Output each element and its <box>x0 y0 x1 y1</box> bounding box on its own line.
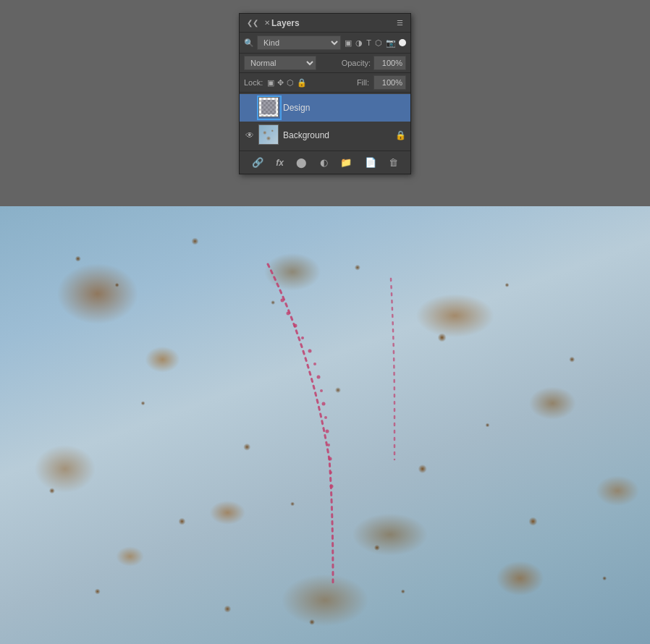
delete-layer-button[interactable]: 🗑 <box>386 156 401 169</box>
blend-opacity-row: Normal Dissolve Multiply Screen Overlay … <box>240 54 410 73</box>
svg-point-12 <box>329 457 332 461</box>
fill-input[interactable] <box>373 75 406 90</box>
type-filter-icon[interactable]: T <box>366 38 372 48</box>
filter-row: 🔍 Kind ▣ ◑ T ⬡ 📷 <box>240 33 410 54</box>
kind-filter-dropdown[interactable]: Kind <box>257 35 341 50</box>
design-line-svg <box>0 206 650 644</box>
fill-label: Fill: <box>357 78 369 87</box>
svg-point-9 <box>324 416 327 419</box>
panel-menu-button[interactable]: ☰ <box>395 20 405 27</box>
filter-type-icons: ▣ ◑ T ⬡ 📷 <box>344 38 406 48</box>
filter-active-dot <box>399 39 406 46</box>
lock-row: Lock: ▣ ✥ ⬡ 🔒 Fill: <box>240 73 410 93</box>
layer-design-thumbnail <box>258 97 279 117</box>
opacity-label: Opacity: <box>342 59 371 67</box>
layer-item-background[interactable]: 👁 Background 🔒 <box>240 122 410 149</box>
new-layer-button[interactable]: 📄 <box>362 156 379 169</box>
svg-point-0 <box>281 299 284 302</box>
layer-item-design[interactable]: 👁 Design <box>240 94 410 122</box>
lock-all-icon[interactable]: 🔒 <box>297 78 307 88</box>
lock-icons-group: ▣ ✥ ⬡ 🔒 <box>267 78 307 88</box>
panel-collapse-button[interactable]: ❮❮ <box>245 20 260 27</box>
lock-label: Lock: <box>244 78 263 87</box>
panel-title: Layers <box>271 18 300 28</box>
opacity-input[interactable] <box>373 56 406 70</box>
svg-point-3 <box>301 336 304 339</box>
svg-point-10 <box>326 430 329 433</box>
pixel-filter-icon[interactable]: ▣ <box>344 38 353 48</box>
canvas-area <box>0 206 650 644</box>
layer-background-thumbnail <box>258 124 279 145</box>
layer-background-thumbnail-wrapper <box>258 124 280 146</box>
svg-point-5 <box>313 363 316 365</box>
svg-point-7 <box>320 389 323 392</box>
layers-list: 👁 Design 👁 Background 🔒 <box>240 93 410 151</box>
svg-point-13 <box>329 471 332 474</box>
lock-artboard-icon[interactable]: ⬡ <box>287 78 294 88</box>
lock-pixels-icon[interactable]: ▣ <box>267 78 274 88</box>
layer-design-thumbnail-wrapper <box>258 97 280 119</box>
fx-button[interactable]: fx <box>273 156 287 169</box>
svg-point-8 <box>322 402 326 406</box>
panel-header: ❮❮ ✕ Layers ☰ <box>240 14 410 33</box>
layer-background-visibility[interactable]: 👁 <box>244 130 256 141</box>
layer-background-lock-icon: 🔒 <box>395 130 406 140</box>
panel-collapse-controls: ❮❮ ✕ <box>245 20 271 27</box>
panel-close-button[interactable]: ✕ <box>263 20 271 27</box>
search-icon: 🔍 <box>244 38 254 48</box>
lock-position-icon[interactable]: ✥ <box>277 78 284 88</box>
svg-point-11 <box>327 444 330 446</box>
svg-point-6 <box>317 376 321 379</box>
adjustment-filter-icon[interactable]: ◑ <box>355 38 363 48</box>
svg-point-4 <box>308 349 312 353</box>
svg-point-2 <box>294 324 297 328</box>
layer-background-name: Background <box>283 130 392 140</box>
svg-point-1 <box>287 312 290 315</box>
link-layers-button[interactable]: 🔗 <box>249 156 266 169</box>
smart-filter-icon[interactable]: 📷 <box>385 38 397 48</box>
shape-filter-icon[interactable]: ⬡ <box>374 38 383 48</box>
layer-design-name: Design <box>283 103 406 113</box>
adjustments-button[interactable]: ◐ <box>317 156 331 169</box>
blend-mode-dropdown[interactable]: Normal Dissolve Multiply Screen Overlay <box>244 56 316 70</box>
svg-point-14 <box>330 485 334 488</box>
new-group-button[interactable]: 📁 <box>337 156 355 169</box>
add-mask-button[interactable]: ⬤ <box>293 156 310 169</box>
layers-panel: ❮❮ ✕ Layers ☰ 🔍 Kind ▣ ◑ T ⬡ 📷 Normal Di… <box>239 13 411 174</box>
panel-toolbar: 🔗 fx ⬤ ◐ 📁 📄 🗑 <box>240 151 410 174</box>
